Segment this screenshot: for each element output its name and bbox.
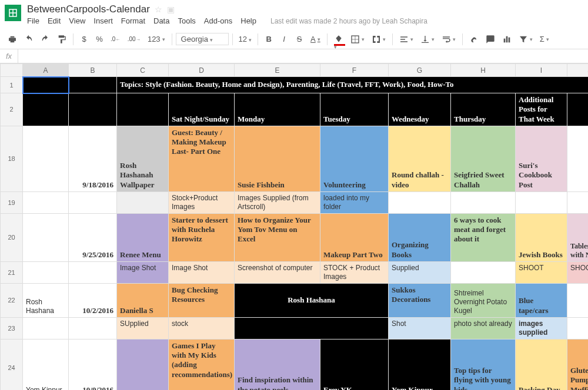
cell-H21[interactable] (451, 261, 516, 283)
cell-F19[interactable]: loaded into my folder (320, 191, 389, 213)
menu-view[interactable]: View (69, 16, 85, 25)
cell-D22[interactable]: Bug Checking Resources (169, 283, 235, 317)
menu-addons[interactable]: Add-ons (204, 16, 232, 25)
row-header-18[interactable]: 18 (1, 126, 23, 191)
cell-H2[interactable]: Thursday (451, 93, 516, 126)
col-header-A[interactable]: A (23, 64, 69, 77)
cell-I21[interactable]: SHOOT (516, 261, 567, 283)
cell-F20[interactable]: Makeup Part Two (320, 213, 389, 261)
paint-format-icon[interactable] (54, 32, 69, 46)
cell-C1-topics[interactable]: Topics: Style (Fashion. Beauty, Home and… (117, 77, 589, 93)
cell-G22[interactable]: Sukkos Decorations (389, 283, 451, 317)
cell-I18[interactable]: Suri's Cookbook Post (516, 126, 567, 191)
italic-button[interactable]: I (277, 32, 291, 46)
cell-I22[interactable]: Blue tape/cars (516, 283, 567, 317)
menu-data[interactable]: Data (153, 16, 169, 25)
row-header-21[interactable]: 21 (1, 261, 23, 283)
menu-edit[interactable]: Edit (48, 16, 61, 25)
cell-G18[interactable]: Round challah - video (389, 126, 451, 191)
cell-H18[interactable]: Seigfried Sweet Challah (451, 126, 516, 191)
functions-button[interactable]: Σ (537, 32, 552, 46)
cell-I20[interactable]: Jewish Books (516, 213, 567, 261)
cell-H24[interactable]: Top tips for flying with young kids (451, 339, 516, 390)
cell-C22[interactable]: Daniella S (117, 283, 169, 317)
cell-B23[interactable] (69, 317, 117, 339)
cell-C23[interactable]: SUpplied (117, 317, 169, 339)
filter-button[interactable] (516, 32, 536, 46)
insert-link-button[interactable] (466, 32, 482, 46)
col-header-J[interactable]: J (567, 64, 589, 77)
cell-G21[interactable]: Supplied (389, 261, 451, 283)
cell-D21[interactable]: Image Shot (169, 261, 235, 283)
redo-icon[interactable] (38, 32, 53, 46)
h-align-button[interactable] (396, 32, 416, 46)
col-header-B[interactable]: B (69, 64, 117, 77)
row-header-1[interactable]: 1 (1, 77, 23, 93)
cell-D18[interactable]: Guest: Beauty / Making Makeup Last- Part… (169, 126, 235, 191)
cell-C24[interactable] (117, 339, 169, 390)
cell-A22[interactable]: Rosh Hashana (23, 283, 69, 317)
cell-D24[interactable]: Games I Play with My Kids (adding recomm… (169, 339, 235, 390)
wrap-button[interactable] (439, 32, 459, 46)
sheets-app-icon[interactable] (5, 5, 21, 21)
cell-F18[interactable]: Volunteering (320, 126, 389, 191)
text-color-button[interactable]: A (308, 32, 323, 46)
row-header-20[interactable]: 20 (1, 213, 23, 261)
star-icon[interactable]: ☆ (155, 5, 162, 14)
col-header-H[interactable]: H (451, 64, 516, 77)
row-header-24[interactable]: 24 (1, 339, 23, 390)
cell-G19[interactable] (389, 191, 451, 213)
cell-B22[interactable]: 10/2/2016 (69, 283, 117, 317)
font-size-select[interactable]: 12 (236, 33, 254, 45)
font-family-select[interactable]: Georgia (176, 33, 229, 45)
cell-A19[interactable] (23, 191, 69, 213)
borders-button[interactable] (348, 32, 368, 46)
cell-I24[interactable]: Packing Day (516, 339, 567, 390)
print-icon[interactable] (5, 32, 20, 46)
cell-F24[interactable]: Erev YK (320, 339, 389, 390)
menu-file[interactable]: File (27, 16, 39, 25)
col-header-I[interactable]: I (516, 64, 567, 77)
cell-J22[interactable] (567, 283, 589, 317)
col-header-E[interactable]: E (235, 64, 320, 77)
merge-cells-button[interactable] (369, 32, 389, 46)
cell-C19[interactable] (117, 191, 169, 213)
cell-F21[interactable]: STOCK + Product Images (320, 261, 389, 283)
number-format-button[interactable]: 123 (145, 32, 168, 46)
cell-J21[interactable]: SHOOT (567, 261, 589, 283)
cell-C2[interactable] (117, 93, 169, 126)
cell-J18[interactable] (567, 126, 589, 191)
cell-A23[interactable] (23, 317, 69, 339)
cell-B19[interactable] (69, 191, 117, 213)
row-header-22[interactable]: 22 (1, 283, 23, 317)
col-header-G[interactable]: G (389, 64, 451, 77)
folder-icon[interactable]: ▣ (167, 5, 175, 14)
cell-B18[interactable]: 9/18/2016 (69, 126, 117, 191)
menu-format[interactable]: Format (121, 16, 145, 25)
cell-F2[interactable]: Tuesday (320, 93, 389, 126)
cell-B24[interactable]: 10/9/2016 (69, 339, 117, 390)
cell-A18[interactable] (23, 126, 69, 191)
v-align-button[interactable] (417, 32, 437, 46)
cell-A2[interactable] (23, 93, 69, 126)
cell-E2[interactable]: Monday (235, 93, 320, 126)
menu-insert[interactable]: Insert (93, 16, 113, 25)
cell-E23-F23[interactable] (235, 317, 389, 339)
cell-H20[interactable]: 6 ways to cook meat and forget about it (451, 213, 516, 261)
cell-E24[interactable]: Find inspiration within the potato peels (235, 339, 320, 390)
select-all-corner[interactable] (1, 64, 23, 77)
cell-H23[interactable]: photo shot already (451, 317, 516, 339)
cell-B21[interactable] (69, 261, 117, 283)
cell-I19[interactable] (516, 191, 567, 213)
cell-G2[interactable]: Wednesday (389, 93, 451, 126)
cell-C18[interactable]: Rosh Hashanah Wallpaper (117, 126, 169, 191)
cell-B20[interactable]: 9/25/2016 (69, 213, 117, 261)
formula-input[interactable] (18, 52, 588, 60)
menu-help[interactable]: Help (240, 16, 256, 25)
cell-A20[interactable] (23, 213, 69, 261)
cell-G24[interactable]: Yom Kippur (389, 339, 451, 390)
cell-E22-F22[interactable]: Rosh Hashana (235, 283, 389, 317)
cell-B1[interactable] (69, 77, 117, 93)
cell-D23[interactable]: stock (169, 317, 235, 339)
cell-E18[interactable]: Susie Fishbein (235, 126, 320, 191)
